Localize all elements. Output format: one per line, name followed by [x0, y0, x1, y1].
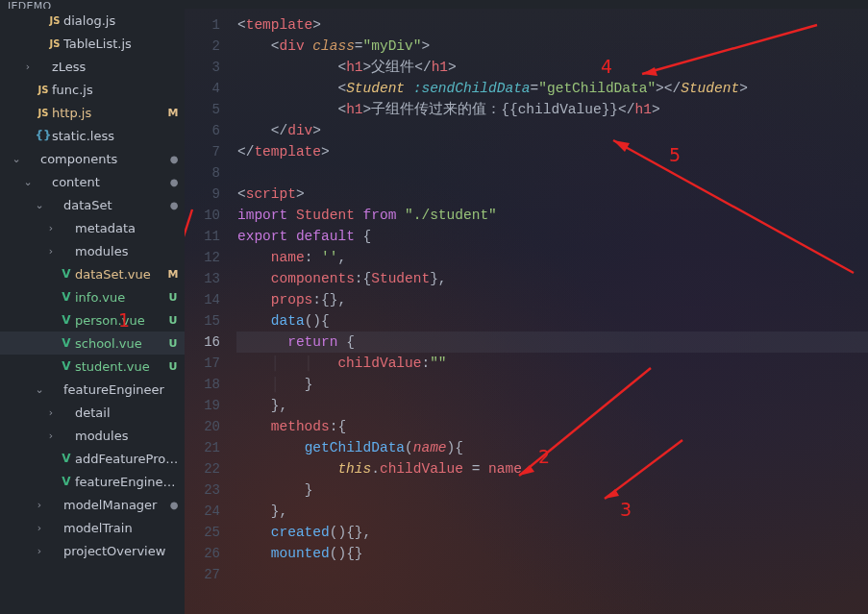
- tree-item-dataset-vue[interactable]: VdataSet.vueM: [0, 262, 185, 285]
- modified-dot-icon: ●: [167, 177, 181, 187]
- code-line[interactable]: },: [237, 501, 868, 522]
- code-line[interactable]: <template>: [237, 14, 868, 36]
- tree-item-content[interactable]: ⌄content●: [0, 170, 185, 193]
- less-icon: {}: [35, 129, 52, 142]
- line-number: 17: [185, 353, 237, 374]
- code-line[interactable]: <h1>子组件传过来的值：{{childValue}}</h1>: [237, 99, 868, 120]
- file-label: person.vue: [75, 313, 165, 328]
- code-line[interactable]: },: [237, 395, 868, 416]
- code-line[interactable]: <script>: [237, 184, 868, 205]
- tree-item-zless[interactable]: ›zLess: [0, 55, 185, 78]
- file-label: content: [52, 175, 167, 189]
- tree-item-modelmanager[interactable]: ›modelManager●: [0, 493, 185, 516]
- code-line[interactable]: import Student from "./student": [237, 205, 868, 226]
- file-label: http.js: [52, 106, 165, 120]
- code-line[interactable]: getChildData(name){: [237, 437, 868, 458]
- title-bar: JEDEMO: [0, 0, 868, 9]
- code-line[interactable]: </div>: [237, 120, 868, 141]
- file-label: modules: [75, 429, 181, 443]
- file-label: zLess: [52, 60, 181, 74]
- line-numbers-gutter: 1234567891011121314151617181920212223242…: [185, 9, 237, 614]
- file-explorer[interactable]: JSdialog.jsJSTableList.js›zLessJSfunc.js…: [0, 9, 185, 614]
- code-line[interactable]: <Student :sendChildData="getChildData"><…: [237, 78, 868, 99]
- chevron-icon: ⌄: [33, 383, 46, 396]
- file-label: modelTrain: [63, 521, 181, 535]
- vue-icon: V: [58, 452, 75, 465]
- js-icon: JS: [35, 108, 52, 118]
- line-number: 3: [185, 57, 237, 78]
- line-number: 14: [185, 289, 237, 310]
- tree-item-info-vue[interactable]: Vinfo.vueU: [0, 285, 185, 308]
- chevron-icon: ›: [44, 406, 58, 419]
- line-number: 11: [185, 226, 237, 247]
- file-label: student.vue: [75, 359, 165, 374]
- code-line[interactable]: this.childValue = name: [237, 458, 868, 479]
- js-icon: JS: [35, 85, 52, 95]
- tree-item-modules[interactable]: ›modules: [0, 424, 185, 447]
- tree-item-dataset[interactable]: ⌄dataSet●: [0, 193, 185, 216]
- tree-item-tablelist-js[interactable]: JSTableList.js: [0, 32, 185, 55]
- git-status: M: [165, 268, 181, 281]
- tree-item-components[interactable]: ⌄components●: [0, 147, 185, 170]
- tree-item-modules[interactable]: ›modules: [0, 239, 185, 262]
- vue-icon: V: [58, 267, 75, 281]
- code-line[interactable]: │ }: [237, 374, 868, 395]
- line-number: 6: [185, 120, 237, 141]
- js-icon: JS: [46, 38, 63, 49]
- file-label: modelManager: [63, 498, 167, 512]
- code-line[interactable]: <h1>父组件</h1>: [237, 57, 868, 78]
- tree-item-person-vue[interactable]: Vperson.vueU: [0, 308, 185, 332]
- file-label: dialog.js: [63, 13, 181, 28]
- chevron-icon: ›: [44, 245, 58, 258]
- code-line[interactable]: }: [237, 479, 868, 501]
- code-line[interactable]: [237, 162, 868, 184]
- vue-icon: V: [58, 359, 75, 373]
- code-line[interactable]: name: '',: [237, 247, 868, 268]
- file-label: school.vue: [75, 336, 165, 351]
- line-number: 10: [185, 205, 237, 226]
- vue-icon: V: [58, 313, 75, 327]
- tree-item-projectoverview[interactable]: ›projectOverview: [0, 539, 185, 562]
- modified-dot-icon: ●: [167, 500, 181, 510]
- file-label: featureEngineer: [63, 382, 181, 397]
- tree-item-dialog-js[interactable]: JSdialog.js: [0, 9, 185, 32]
- file-label: metadata: [75, 221, 181, 235]
- code-line[interactable]: <div class="myDiv">: [237, 36, 868, 57]
- tree-item-http-js[interactable]: JShttp.jsM: [0, 101, 185, 124]
- code-line[interactable]: export default {: [237, 226, 868, 247]
- code-line[interactable]: props:{},: [237, 289, 868, 310]
- code-line[interactable]: created(){},: [237, 522, 868, 543]
- git-status: M: [165, 107, 181, 119]
- tree-item-school-vue[interactable]: Vschool.vueU: [0, 332, 185, 355]
- code-area[interactable]: <template> <div class="myDiv"> <h1>父组件</…: [237, 9, 868, 614]
- tree-item-student-vue[interactable]: Vstudent.vueU: [0, 355, 185, 378]
- tree-item-addfeatureprocess-v---[interactable]: VaddFeatureProcess.v...: [0, 447, 185, 470]
- tree-item-detail[interactable]: ›detail: [0, 401, 185, 424]
- chevron-icon: ›: [44, 222, 58, 234]
- modified-dot-icon: ●: [167, 154, 181, 164]
- code-line[interactable]: return {: [237, 332, 868, 353]
- tree-item-func-js[interactable]: JSfunc.js: [0, 78, 185, 101]
- line-number: 13: [185, 268, 237, 289]
- code-line[interactable]: [237, 564, 868, 585]
- chevron-icon: ›: [33, 545, 46, 557]
- code-line[interactable]: mounted(){}: [237, 543, 868, 564]
- chevron-icon: ›: [44, 430, 58, 442]
- tree-item-metadata[interactable]: ›metadata: [0, 216, 185, 239]
- file-label: components: [40, 152, 167, 166]
- line-number: 16: [185, 332, 237, 353]
- code-line[interactable]: │ │ childValue:"": [237, 353, 868, 374]
- code-line[interactable]: </template>: [237, 141, 868, 162]
- tree-item-featureengineer[interactable]: ⌄featureEngineer: [0, 378, 185, 401]
- code-editor[interactable]: 1234567891011121314151617181920212223242…: [185, 9, 868, 614]
- tree-item-modeltrain[interactable]: ›modelTrain: [0, 516, 185, 539]
- tree-item-static-less[interactable]: {}static.less: [0, 124, 185, 147]
- code-line[interactable]: components:{Student},: [237, 268, 868, 289]
- git-status: U: [165, 314, 181, 327]
- code-line[interactable]: methods:{: [237, 416, 868, 437]
- line-number: 1: [185, 14, 237, 36]
- code-line[interactable]: data(){: [237, 310, 868, 332]
- tree-item-featureengineer-vue[interactable]: VfeatureEngineer.vue: [0, 470, 185, 493]
- line-number: 27: [185, 564, 237, 585]
- line-number: 20: [185, 416, 237, 437]
